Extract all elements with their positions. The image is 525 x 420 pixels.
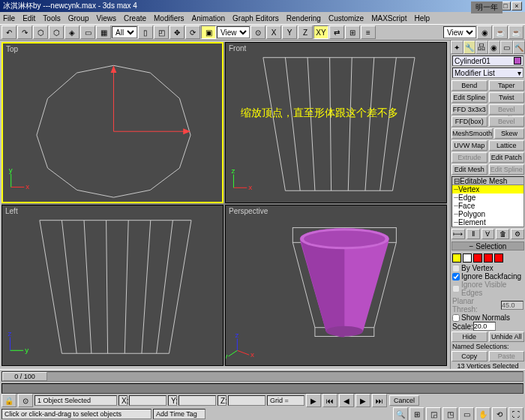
select-button[interactable]: ▯: [138, 26, 153, 39]
modifier-stack[interactable]: ⊟ Editable Mesh ┈ Vertex ┈ Edge ┈ Face ┈…: [452, 176, 524, 227]
subobj-element-icon[interactable]: [494, 254, 503, 262]
normals-scale-input[interactable]: [473, 322, 496, 331]
selection-filter-dropdown[interactable]: All: [112, 26, 137, 38]
menu-maxscript[interactable]: MAXScript: [371, 14, 406, 22]
configure-button[interactable]: ⚙: [511, 229, 524, 239]
ffd3-button[interactable]: FFD 3x3x3: [452, 104, 488, 115]
bevel-button[interactable]: Bevel: [489, 116, 525, 127]
pan-button[interactable]: ✋: [476, 407, 490, 420]
ffdbox-button[interactable]: FFD(box): [452, 116, 488, 127]
next-frame-button[interactable]: ▶: [356, 394, 370, 407]
menu-rendering[interactable]: Rendering: [286, 14, 321, 22]
select-name-button[interactable]: ◰: [154, 26, 169, 39]
select-scale-button[interactable]: ▣: [201, 26, 216, 39]
menu-grapheditors[interactable]: Graph Editors: [232, 14, 279, 22]
align-button[interactable]: ≡: [361, 26, 376, 39]
link-button[interactable]: ⬡: [33, 26, 48, 39]
arc-rotate-button[interactable]: ⟲: [492, 407, 507, 420]
tab-utilities[interactable]: 🔨: [513, 40, 526, 54]
menu-animation[interactable]: Animation: [192, 14, 225, 22]
editspline2-button[interactable]: Edit Spline: [489, 164, 525, 175]
track-bar[interactable]: [2, 383, 524, 394]
stack-edge[interactable]: ┈ Edge: [452, 194, 524, 202]
meshsmooth-button[interactable]: MeshSmooth: [452, 128, 493, 139]
viewport-left[interactable]: Left yz: [2, 205, 224, 366]
show-normals-checkbox[interactable]: [452, 314, 460, 322]
restrict-y-button[interactable]: Y: [282, 26, 297, 39]
menu-file[interactable]: File: [3, 14, 15, 22]
prev-frame-button[interactable]: ◀: [339, 394, 354, 407]
subobj-edge-icon[interactable]: [463, 254, 472, 262]
paste-sel-button[interactable]: Paste: [489, 351, 525, 362]
unhide-button[interactable]: Unhide All: [489, 332, 525, 342]
menu-create[interactable]: Create: [124, 14, 146, 22]
object-color-swatch[interactable]: [514, 57, 521, 64]
extrude-button[interactable]: Extrude: [452, 152, 488, 163]
menu-tools[interactable]: Tools: [43, 14, 60, 22]
quick-render-button[interactable]: ☕: [508, 26, 524, 39]
selection-rollout[interactable]: − Selection: [452, 242, 524, 250]
time-slider[interactable]: 0 / 100: [2, 371, 524, 382]
hide-button[interactable]: Hide: [452, 332, 488, 342]
array-button[interactable]: ⊞: [345, 26, 360, 39]
copy-sel-button[interactable]: Copy: [452, 351, 488, 362]
subobj-polygon-icon[interactable]: [484, 254, 493, 262]
modifier-list-dropdown[interactable]: Modifier List▾: [452, 68, 524, 78]
taper-button[interactable]: Taper: [489, 80, 525, 91]
select-move-button[interactable]: ✥: [170, 26, 184, 39]
z-input[interactable]: [228, 395, 266, 406]
select-rotate-button[interactable]: ⟳: [185, 26, 200, 39]
viewport-front[interactable]: Front xz 缩放顶点，直至形体跟这个差不多: [225, 42, 447, 203]
goto-start-button[interactable]: ⏮: [322, 394, 338, 407]
menu-help[interactable]: Help: [414, 14, 430, 22]
play-button[interactable]: ▶: [306, 394, 321, 407]
restrict-x-button[interactable]: X: [266, 26, 281, 39]
bind-button[interactable]: ◈: [64, 26, 80, 39]
pin-stack-button[interactable]: ⟼: [452, 229, 465, 239]
time-thumb[interactable]: 0 / 100: [2, 372, 47, 381]
viewport-perspective[interactable]: Perspective xyz: [225, 205, 447, 366]
material-editor-button[interactable]: ◉: [477, 26, 492, 39]
minmax-toggle-button[interactable]: ⛶: [508, 407, 524, 420]
close-button[interactable]: ×: [512, 2, 522, 10]
stack-face[interactable]: ┈ Face: [452, 202, 524, 210]
ignore-backfacing-checkbox[interactable]: [452, 273, 460, 280]
editspline-button[interactable]: Edit Spline: [452, 92, 488, 103]
menu-views[interactable]: Views: [97, 14, 117, 22]
lattice-button[interactable]: Lattice: [489, 140, 525, 151]
timetag-button[interactable]: Add Time Tag: [153, 409, 206, 419]
stack-element[interactable]: ┈ Element: [452, 218, 524, 226]
x-input[interactable]: [129, 395, 166, 406]
make-unique-button[interactable]: ∀: [482, 229, 495, 239]
undo-button[interactable]: ↶: [2, 26, 16, 39]
tab-display[interactable]: ▭: [500, 40, 513, 54]
select-region-button[interactable]: ▭: [80, 26, 95, 39]
mirror-button[interactable]: ⇄: [329, 26, 344, 39]
stack-vertex[interactable]: ┈ Vertex: [452, 185, 524, 194]
stack-polygon[interactable]: ┈ Polygon: [452, 210, 524, 218]
tab-create[interactable]: ✦: [451, 40, 464, 54]
zoom-button[interactable]: 🔍: [393, 407, 408, 420]
bevelprofile-button[interactable]: Bevel Profile: [489, 104, 525, 115]
uvwmap-button[interactable]: UVW Map: [452, 140, 488, 151]
cancel-button[interactable]: Cancel: [389, 395, 419, 406]
zoom-all-button[interactable]: ⊞: [410, 407, 424, 420]
menu-edit[interactable]: Edit: [22, 14, 35, 22]
named-sel-dropdown[interactable]: View: [443, 26, 476, 38]
y-input[interactable]: [178, 395, 216, 406]
editpatch-button[interactable]: Edit Patch: [489, 152, 525, 163]
viewport-top[interactable]: Top xy: [2, 42, 224, 203]
render-scene-button[interactable]: ☕: [493, 26, 508, 39]
skew-button[interactable]: Skew: [494, 128, 524, 139]
restrict-z-button[interactable]: Z: [298, 26, 313, 39]
subobj-face-icon[interactable]: [473, 254, 482, 262]
refcoord-dropdown[interactable]: View: [217, 26, 250, 38]
redo-button[interactable]: ↷: [17, 26, 32, 39]
menu-modifiers[interactable]: Modifiers: [154, 14, 184, 22]
tab-motion[interactable]: ◉: [488, 40, 501, 54]
snap-button[interactable]: ⊙: [18, 394, 33, 407]
menu-group[interactable]: Group: [68, 14, 89, 22]
window-crossing-button[interactable]: ▦: [96, 26, 111, 39]
tab-hierarchy[interactable]: 品: [476, 40, 488, 54]
menu-customize[interactable]: Customize: [328, 14, 364, 22]
